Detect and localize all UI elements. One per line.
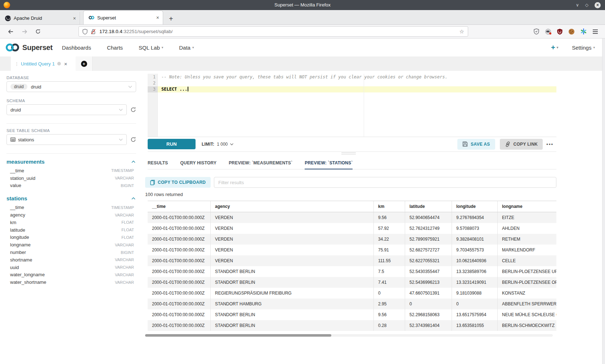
- chevron-up-icon[interactable]: [131, 160, 135, 163]
- ublock-icon[interactable]: [557, 29, 563, 35]
- cookie-icon[interactable]: [569, 29, 574, 35]
- nav-item-sql-lab[interactable]: SQL Lab▾: [139, 45, 163, 51]
- shield-icon[interactable]: [82, 29, 88, 35]
- table-row[interactable]: 2000-01-01T00:00:00.000Z STANDORT BERLIN…: [148, 266, 556, 277]
- superset-logo[interactable]: Superset: [5, 42, 53, 53]
- run-button[interactable]: RUN: [148, 139, 196, 149]
- panel-resize-handle[interactable]: [341, 153, 356, 155]
- cell-longitude: 9.3828408101: [452, 234, 498, 245]
- table-section-measurements[interactable]: measurements: [6, 158, 136, 165]
- extension-mask-icon[interactable]: [545, 29, 551, 35]
- cell-latitude: 52.2968158063: [405, 309, 452, 320]
- table-row[interactable]: 2000-01-01T00:00:00.000Z VERDEN 9.56 52.…: [148, 212, 556, 223]
- schema-select[interactable]: druid: [6, 104, 127, 115]
- druid-favicon-icon: [5, 15, 11, 21]
- cell-latitude: 52.6227055321: [405, 255, 452, 266]
- settings-menu[interactable]: Settings▾: [572, 45, 595, 51]
- cell-longname: CELLE: [498, 255, 556, 266]
- plus-icon: +: [81, 61, 87, 67]
- chevron-down-icon: ▾: [593, 46, 595, 49]
- table-row[interactable]: 2000-01-01T00:00:00.000Z STANDORT HAMBUR…: [148, 299, 556, 309]
- editor-code-area[interactable]: -- Note: Unless you save your query, the…: [158, 74, 556, 137]
- close-icon[interactable]: ×: [64, 61, 67, 67]
- extension-asterisk-icon[interactable]: [581, 28, 587, 35]
- table-row[interactable]: 2000-01-01T00:00:00.000Z VERDEN 34.22 52…: [148, 234, 556, 245]
- drag-handle-icon[interactable]: ⋮: [14, 61, 18, 67]
- table-row[interactable]: 2000-01-01T00:00:00.000Z STANDORT BERLIN…: [148, 320, 556, 331]
- limit-dropdown[interactable]: LIMIT: 1 000: [202, 142, 233, 147]
- tab-close-icon[interactable]: ×: [70, 15, 76, 21]
- column-header-latitude[interactable]: latitude: [405, 201, 452, 212]
- unsaved-indicator-dot: [57, 62, 61, 65]
- url-bar[interactable]: 172.18.0.4:32251/superset/sqllab/ ☆: [79, 26, 468, 37]
- clipboard-icon: [150, 180, 155, 185]
- save-as-button[interactable]: SAVE AS: [457, 139, 495, 150]
- chevron-up-icon[interactable]: [131, 197, 135, 200]
- table-row[interactable]: 2000-01-01T00:00:00.000Z REGIERUNGSPRÄSI…: [148, 288, 556, 299]
- column-header-km[interactable]: km: [374, 201, 405, 212]
- column-name: longname: [10, 242, 31, 247]
- query-tab-bar: ⋮ Untitled Query 1 × +: [0, 56, 605, 71]
- horizontal-scrollbar[interactable]: [145, 334, 553, 337]
- nav-item-dashboards[interactable]: Dashboards: [62, 45, 91, 51]
- tab-preview-measurements[interactable]: PREVIEW: `MEASUREMENTS`: [229, 157, 292, 169]
- insecure-lock-icon[interactable]: [91, 29, 96, 35]
- column-row: longitude FLOAT: [6, 234, 136, 241]
- new-query-tab-button[interactable]: +: [76, 56, 93, 71]
- cell-latitude: 0: [405, 299, 452, 309]
- copy-link-button[interactable]: COPY LINK: [500, 139, 543, 150]
- editor-query-line: SELECT ...: [161, 86, 188, 92]
- refresh-schema-icon[interactable]: [130, 107, 136, 113]
- query-tab-untitled-query-1[interactable]: ⋮ Untitled Query 1 ×: [11, 56, 76, 71]
- cell-time: 2000-01-01T00:00:00.000Z: [148, 212, 211, 223]
- table-row[interactable]: 2000-01-01T00:00:00.000Z STANDORT BERLIN…: [148, 277, 556, 288]
- table-section-stations[interactable]: stations: [6, 194, 136, 202]
- url-text: 172.18.0.4:32251/superset/sqllab/: [99, 29, 172, 34]
- copy-to-clipboard-button[interactable]: COPY TO CLIPBOARD: [145, 177, 211, 188]
- nav-item-data[interactable]: Data▾: [179, 45, 194, 51]
- window-close-button[interactable]: ×: [595, 2, 601, 8]
- window-minimize-button[interactable]: ∨: [576, 3, 579, 8]
- extension-shield-icon[interactable]: [534, 28, 539, 35]
- brand-name: Superset: [22, 44, 53, 52]
- column-row: __time TIMESTAMP: [6, 167, 136, 174]
- column-row: number BIGINT: [6, 249, 136, 256]
- browser-tab-apache-druid[interactable]: Apache Druid ×: [0, 12, 80, 24]
- table-row[interactable]: 2000-01-01T00:00:00.000Z VERDEN 75.91 52…: [148, 245, 556, 255]
- more-actions-button[interactable]: •••: [546, 141, 554, 147]
- bookmark-star-icon[interactable]: ☆: [460, 28, 464, 35]
- browser-tab-superset[interactable]: Superset ×: [83, 10, 163, 24]
- tab-close-icon[interactable]: ×: [153, 15, 159, 21]
- window-maximize-button[interactable]: ◇: [585, 3, 588, 8]
- database-select[interactable]: druid druid: [6, 81, 136, 92]
- schema-label: SCHEMA: [6, 99, 136, 103]
- tab-query-history[interactable]: QUERY HISTORY: [180, 157, 217, 169]
- nav-item-charts[interactable]: Charts: [107, 45, 123, 51]
- table-row[interactable]: 2000-01-01T00:00:00.000Z VERDEN 111.55 5…: [148, 255, 556, 266]
- back-icon[interactable]: [8, 29, 14, 34]
- column-header-longitude[interactable]: longitude: [452, 201, 498, 212]
- horizontal-scrollbar-thumb[interactable]: [145, 334, 331, 337]
- tab-results[interactable]: RESULTS: [148, 157, 168, 169]
- add-new-button[interactable]: +▾: [551, 44, 558, 52]
- cell-longitude: 13.3238589706: [452, 266, 498, 277]
- menu-icon[interactable]: [593, 29, 598, 34]
- column-header-agency[interactable]: agency: [211, 201, 374, 212]
- column-header-longname[interactable]: longname: [498, 201, 556, 212]
- reload-icon[interactable]: [35, 29, 41, 34]
- new-browser-tab-button[interactable]: +: [169, 15, 173, 22]
- sql-editor[interactable]: 1 2 3 -- Note: Unless you save your quer…: [148, 74, 556, 137]
- table-select[interactable]: stations: [6, 134, 127, 145]
- cell-km: 0.28: [374, 320, 405, 331]
- cell-longitude: 9.181039088: [452, 288, 498, 299]
- vertical-scrollbar[interactable]: [602, 38, 605, 364]
- filter-results-input[interactable]: [214, 177, 556, 188]
- refresh-tables-icon[interactable]: [130, 137, 136, 142]
- tab-preview-stations[interactable]: PREVIEW: `STATIONS`: [305, 157, 353, 169]
- forward-icon[interactable]: [22, 29, 27, 34]
- column-row: agency VARCHAR: [6, 211, 136, 219]
- column-header-time[interactable]: __time: [148, 201, 211, 212]
- table-row[interactable]: 2000-01-01T00:00:00.000Z STANDORT BERLIN…: [148, 309, 556, 320]
- cell-longitude: 9.2767694354: [452, 212, 498, 223]
- table-row[interactable]: 2000-01-01T00:00:00.000Z VERDEN 57.92 52…: [148, 223, 556, 234]
